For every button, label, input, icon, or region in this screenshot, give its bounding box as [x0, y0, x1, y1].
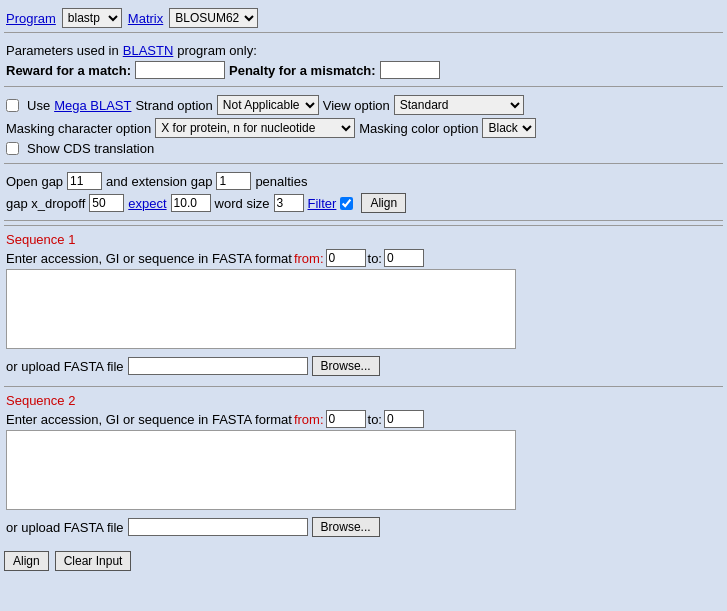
use-label: Use	[27, 98, 50, 113]
options-section: Use Mega BLAST Strand option Not Applica…	[4, 91, 723, 164]
view-select[interactable]: Standard Pairwise Query-anchored Flat qu…	[394, 95, 524, 115]
extension-label: and extension gap	[106, 174, 212, 189]
seq1-upload-row: or upload FASTA file Browse...	[6, 356, 721, 376]
mega-blast-link[interactable]: Mega BLAST	[54, 98, 131, 113]
seq2-from-input[interactable]	[326, 410, 366, 428]
align-button-top[interactable]: Align	[361, 193, 406, 213]
reward-input[interactable]	[135, 61, 225, 79]
matrix-select[interactable]: BLOSUM62 BLOSUM45 BLOSUM80 PAM30 PAM70	[169, 8, 258, 28]
show-cds-label: Show CDS translation	[27, 141, 154, 156]
filter-link[interactable]: Filter	[308, 196, 337, 211]
seq2-to-input[interactable]	[384, 410, 424, 428]
sequence2-header: Enter accession, GI or sequence in FASTA…	[6, 410, 721, 428]
view-label: View option	[323, 98, 390, 113]
blastn-text1: Parameters used in	[6, 43, 119, 58]
seq1-to-label: to:	[368, 251, 382, 266]
strand-select[interactable]: Not Applicable Plus Minus Both	[217, 95, 319, 115]
align-button-bottom[interactable]: Align	[4, 551, 49, 571]
seq2-file-input[interactable]	[128, 518, 308, 536]
masking-color-label: Masking color option	[359, 121, 478, 136]
blastn-row: Parameters used in BLASTN program only:	[6, 43, 721, 58]
show-cds-checkbox[interactable]	[6, 142, 19, 155]
sequence2-title: Sequence 2	[6, 393, 721, 408]
gap-row1: Open gap and extension gap penalties	[6, 172, 721, 190]
seq2-browse-button[interactable]: Browse...	[312, 517, 380, 537]
masking-char-label: Masking character option	[6, 121, 151, 136]
penalties-section: Open gap and extension gap penalties gap…	[4, 168, 723, 221]
bottom-button-row: Align Clear Input	[4, 547, 723, 571]
masking-char-select[interactable]: X for protein, n for nucleotide Lower ca…	[155, 118, 355, 138]
clear-input-button[interactable]: Clear Input	[55, 551, 132, 571]
masking-color-select[interactable]: Black Grey Red	[482, 118, 536, 138]
expect-link[interactable]: expect	[128, 196, 166, 211]
program-select[interactable]: blastp blastn blastx tblastn tblastx	[62, 8, 122, 28]
penalties-label: penalties	[255, 174, 307, 189]
sequence1-header: Enter accession, GI or sequence in FASTA…	[6, 249, 721, 267]
masking-row: Masking character option X for protein, …	[6, 118, 721, 138]
sequence1-textarea[interactable]	[6, 269, 516, 349]
sequence1-title: Sequence 1	[6, 232, 721, 247]
mega-blast-checkbox[interactable]	[6, 99, 19, 112]
seq1-from-label: from:	[294, 251, 324, 266]
dropoff-input[interactable]	[89, 194, 124, 212]
seq1-browse-button[interactable]: Browse...	[312, 356, 380, 376]
seq2-to-label: to:	[368, 412, 382, 427]
reward-penalty-row: Reward for a match: Penalty for a mismat…	[6, 61, 721, 79]
sequence2-textarea[interactable]	[6, 430, 516, 510]
seq2-desc: Enter accession, GI or sequence in FASTA…	[6, 412, 292, 427]
mega-strand-view-row: Use Mega BLAST Strand option Not Applica…	[6, 95, 721, 115]
seq1-upload-label: or upload FASTA file	[6, 359, 124, 374]
seq2-from-label: from:	[294, 412, 324, 427]
expect-input[interactable]	[171, 194, 211, 212]
filter-checkbox[interactable]	[340, 197, 353, 210]
word-size-input[interactable]	[274, 194, 304, 212]
top-bar: Program blastp blastn blastx tblastn tbl…	[4, 4, 723, 33]
blastn-link[interactable]: BLASTN	[123, 43, 174, 58]
reward-label: Reward for a match:	[6, 63, 131, 78]
cds-row: Show CDS translation	[6, 141, 721, 156]
blastn-text2: program only:	[177, 43, 256, 58]
seq1-desc: Enter accession, GI or sequence in FASTA…	[6, 251, 292, 266]
seq2-upload-label: or upload FASTA file	[6, 520, 124, 535]
matrix-link[interactable]: Matrix	[128, 11, 163, 26]
extension-input[interactable]	[216, 172, 251, 190]
seq1-to-input[interactable]	[384, 249, 424, 267]
open-gap-input[interactable]	[67, 172, 102, 190]
strand-label: Strand option	[135, 98, 212, 113]
sequence2-section: Sequence 2 Enter accession, GI or sequen…	[4, 386, 723, 543]
word-size-label: word size	[215, 196, 270, 211]
seq1-file-input[interactable]	[128, 357, 308, 375]
dropoff-label: gap x_dropoff	[6, 196, 85, 211]
seq2-upload-row: or upload FASTA file Browse...	[6, 517, 721, 537]
open-gap-label: Open gap	[6, 174, 63, 189]
params-section: Parameters used in BLASTN program only: …	[4, 39, 723, 87]
program-link[interactable]: Program	[6, 11, 56, 26]
gap-row2: gap x_dropoff expect word size Filter Al…	[6, 193, 721, 213]
seq1-from-input[interactable]	[326, 249, 366, 267]
penalty-label: Penalty for a mismatch:	[229, 63, 376, 78]
sequence1-section: Sequence 1 Enter accession, GI or sequen…	[4, 225, 723, 382]
penalty-input[interactable]	[380, 61, 440, 79]
